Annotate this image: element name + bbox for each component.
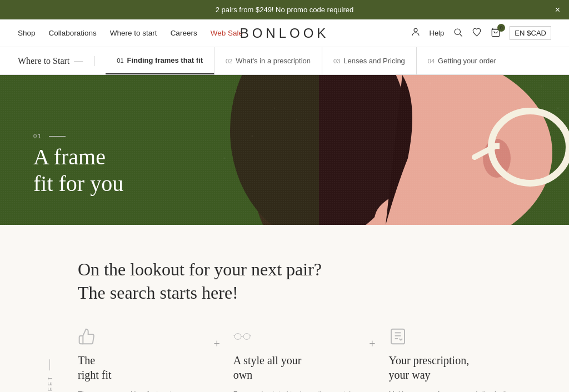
svg-point-25 [457, 213, 458, 214]
feature-grid: The right fit There are several key fact… [78, 326, 525, 392]
feature-desc-2: From understated to dramatic, our style … [233, 389, 356, 392]
sub-nav-item-1[interactable]: 01 Finding frames that fit [106, 47, 214, 74]
currency-label: $CAD [527, 29, 546, 37]
nav-shop[interactable]: Shop [18, 29, 36, 37]
feature-right-fit: The right fit There are several key fact… [78, 326, 213, 392]
feature-title-3: Your prescription, your way [389, 353, 511, 382]
hero-title: A frame fit for you [33, 144, 123, 197]
header-right: Help 0 EN $CAD [411, 26, 552, 40]
hero-section: 01 A frame fit for you [0, 75, 569, 225]
svg-point-18 [252, 135, 253, 137]
nav-careers[interactable]: Careers [171, 29, 197, 37]
feature-desc-1: There are several key factors to conside… [78, 389, 200, 392]
account-icon[interactable] [411, 27, 421, 39]
help-label[interactable]: Help [430, 29, 445, 37]
lang-currency-selector[interactable]: EN $CAD [510, 26, 551, 40]
feature-desc-3: Making sense of your prescription isn't … [389, 389, 511, 392]
nav-web-sale[interactable]: Web Sale [211, 29, 243, 37]
main-nav: Shop Collaborations Where to start Caree… [18, 29, 243, 37]
top-banner: 2 pairs from $249! No promo code require… [0, 0, 569, 19]
svg-point-27 [243, 334, 250, 340]
prescription-icon [389, 326, 511, 346]
header: Shop Collaborations Where to start Caree… [0, 19, 569, 47]
svg-point-22 [557, 108, 559, 109]
feature-style: A style all your own From understated to… [233, 326, 369, 392]
glasses-icon [233, 326, 356, 346]
content-section: CHEATSHEET On the lookout for your next … [0, 225, 569, 392]
site-logo: BONLOOK [240, 26, 330, 41]
svg-point-16 [235, 91, 237, 93]
plus-separator-2: + [369, 326, 388, 350]
svg-point-1 [455, 29, 461, 35]
feature-title-2: A style all your own [233, 353, 356, 382]
cart-count: 0 [497, 24, 505, 32]
hero-illustration [208, 75, 569, 225]
sub-nav: Where to Start — 01 Finding frames that … [0, 47, 569, 75]
banner-text: 2 pairs from $249! No promo code require… [216, 6, 354, 14]
search-icon[interactable] [453, 27, 463, 39]
sub-nav-item-3[interactable]: 03 Lenses and Pricing [322, 47, 417, 74]
sub-nav-item-2[interactable]: 02 What's in a prescription [214, 47, 322, 74]
svg-line-2 [460, 34, 462, 37]
svg-rect-15 [208, 75, 319, 225]
svg-rect-31 [391, 329, 405, 344]
svg-point-0 [414, 28, 417, 32]
nav-collaborations[interactable]: Collaborations [49, 29, 97, 37]
content-main: On the lookout for your next pair? The s… [78, 258, 525, 392]
nav-where-to-start[interactable]: Where to start [110, 29, 157, 37]
svg-line-30 [250, 335, 251, 336]
svg-line-29 [233, 335, 234, 336]
plus-separator-1: + [213, 326, 233, 350]
svg-point-19 [296, 119, 297, 120]
close-icon[interactable]: × [555, 5, 560, 15]
cheatsheet-label: CHEATSHEET [44, 258, 56, 392]
svg-point-26 [234, 334, 241, 340]
svg-point-17 [274, 108, 275, 109]
svg-point-23 [530, 208, 531, 209]
content-headline: On the lookout for your next pair? The s… [78, 258, 525, 304]
thumb-icon [78, 326, 200, 346]
svg-point-20 [224, 158, 226, 159]
wishlist-icon[interactable] [472, 27, 482, 39]
svg-point-24 [430, 83, 431, 84]
svg-point-21 [541, 86, 542, 87]
hero-text: 01 A frame fit for you [33, 133, 123, 197]
lang-label: EN [515, 29, 525, 37]
feature-title-1: The right fit [78, 353, 200, 382]
hero-step-label: 01 [33, 133, 123, 139]
cart-icon[interactable]: 0 [491, 27, 501, 39]
sub-nav-item-4[interactable]: 04 Getting your order [417, 47, 507, 74]
where-to-start-label: Where to Start — [18, 56, 94, 66]
sub-nav-items: 01 Finding frames that fit 02 What's in … [106, 47, 551, 74]
feature-prescription: Your prescription, your way Making sense… [389, 326, 525, 392]
